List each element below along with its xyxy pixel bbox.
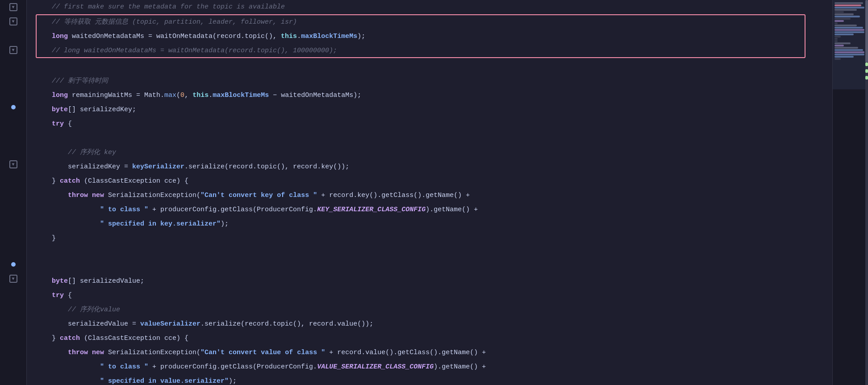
code-line-1: // first make sure the metadata for the … [27,0,832,14]
minimap-line [835,38,838,40]
code-line-19 [27,260,832,274]
gutter-line-9 [0,114,26,129]
editor-container: ▼ ▼ ▼ ▼ ▼ [0,0,868,385]
code-line-24: } catch (ClassCastException cce) { [27,331,832,346]
code-line-17: } [27,231,832,246]
fold-arrow-2[interactable]: ▼ [9,17,17,25]
gutter-line-8 [0,100,26,114]
minimap-line [835,54,864,55]
code-lines: // first make sure the metadata for the … [27,0,832,385]
line-16-content: " specified in key.serializer"); [36,217,832,231]
minimap-line [835,56,854,58]
gutter-line-15 [0,200,26,214]
code-line-16: " specified in key.serializer"); [27,217,832,231]
minimap-line [835,22,838,24]
gutter-line-3 [0,29,26,43]
gutter-line-25 [0,343,26,357]
fold-arrow-4[interactable]: ▼ [9,46,17,54]
gutter-line-12: ▼ [0,157,26,172]
line-13-content: } catch (ClassCastException cce) { [36,174,832,188]
gutter-line-5 [0,57,26,71]
line-4-content: // long waitedOnMetadataMs = waitOnMetad… [36,44,832,58]
line-21-content: try { [36,289,832,303]
minimap-line [835,7,864,8]
line-22-content: // 序列化value [36,303,832,317]
code-line-9: try { [27,117,832,131]
code-line-22: // 序列化value [27,303,832,317]
line-19-content [36,260,832,274]
minimap-scrollbar-thumb [865,0,868,63]
code-line-3: long waitedOnMetadataMs = waitOnMetadata… [27,29,832,44]
gutter-line-21 [0,286,26,300]
gutter-line-17 [0,229,26,243]
code-line-10 [27,131,832,146]
breakpoint-dot-8[interactable] [11,105,16,109]
minimap-line [835,31,864,33]
gutter-line-18 [0,243,26,257]
gutter-line-26 [0,357,26,372]
line-25-content: throw new SerializationException("Can't … [36,346,832,360]
minimap-scrollbar [865,0,868,385]
minimap-line [835,9,857,11]
fold-arrow-20[interactable]: ▼ [9,275,17,283]
minimap-line [835,27,863,29]
code-line-11: // 序列化 key [27,146,832,160]
line-15-content: " to class " + producerConfig.getClass(P… [36,203,832,217]
minimap-line [835,13,854,15]
gutter-line-16 [0,214,26,229]
gutter-line-11 [0,143,26,157]
line-8-content: byte[] serializedKey; [36,103,832,117]
line-1-content: // first make sure the metadata for the … [36,0,832,14]
gutter-line-7 [0,86,26,100]
gutter-line-23 [0,314,26,329]
line-18-content [36,246,832,260]
gutter-line-1: ▼ [0,0,26,14]
fold-arrow-1[interactable]: ▼ [9,3,17,11]
minimap-line [835,29,864,31]
minimap-line [835,40,838,42]
minimap-line [835,47,858,49]
gutter-line-13 [0,172,26,186]
code-line-13: } catch (ClassCastException cce) { [27,174,832,188]
gutter-line-14 [0,186,26,200]
gutter-line-20: ▼ [0,272,26,286]
gutter-line-10 [0,129,26,143]
code-line-23: serializedValue = valueSerializer.serial… [27,317,832,331]
line-10-content [36,131,832,146]
line-24-content: } catch (ClassCastException cce) { [36,331,832,346]
code-line-4: // long waitedOnMetadataMs = waitOnMetad… [27,44,832,58]
line-12-content: serializedKey = keySerializer.serialize(… [36,160,832,174]
breakpoint-dot-19[interactable] [11,262,16,267]
code-line-18 [27,246,832,260]
line-17-content: } [36,231,832,246]
minimap-line [835,16,860,17]
minimap-line [835,11,844,13]
minimap-line [835,45,844,46]
code-line-7: long remainingWaitMs = Math.max(0, this.… [27,88,832,103]
code-line-2: // 等待获取 元数据信息 (topic, partition, leader,… [27,15,832,29]
code-line-8: byte[] serializedKey; [27,103,832,117]
minimap-green-marker2 [865,69,868,73]
fold-arrow-12[interactable]: ▼ [9,160,17,168]
line-11-content: // 序列化 key [36,146,832,160]
gutter-line-19 [0,257,26,272]
minimap[interactable] [832,0,868,385]
gutter: ▼ ▼ ▼ ▼ ▼ [0,0,27,385]
gutter-line-22 [0,300,26,314]
code-line-20: byte[] serializedValue; [27,274,832,289]
minimap-line [835,4,861,6]
minimap-line [835,20,844,22]
gutter-line-4: ▼ [0,43,26,57]
line-14-content: throw new SerializationException("Can't … [36,188,832,203]
line-3-content: long waitedOnMetadataMs = waitOnMetadata… [36,29,832,44]
code-area[interactable]: // first make sure the metadata for the … [27,0,832,385]
line-26-content: " to class " + producerConfig.getClass(P… [36,360,832,374]
minimap-line [835,51,864,53]
code-line-12: serializedKey = keySerializer.serialize(… [27,160,832,174]
minimap-line [835,18,851,20]
line-20-content: byte[] serializedValue; [36,274,832,289]
code-line-5 [27,60,832,74]
gutter-line-6 [0,71,26,86]
code-line-15: " to class " + producerConfig.getClass(P… [27,203,832,217]
code-line-21: try { [27,289,832,303]
